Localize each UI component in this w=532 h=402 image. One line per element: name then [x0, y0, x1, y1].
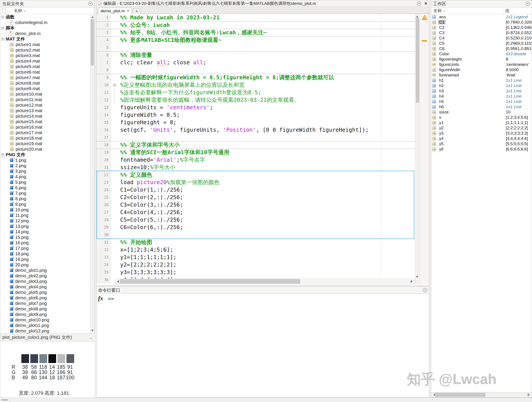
file-item[interactable]: demo_plot3.png [0, 279, 90, 284]
file-item[interactable]: demo_plot9.png [0, 312, 90, 317]
workspace-row[interactable]: h11x1 Line [431, 78, 532, 83]
scroll-up-icon[interactable] [91, 15, 94, 18]
scrollbar-thumb[interactable] [435, 393, 485, 397]
file-item[interactable]: picture17.mat [0, 130, 90, 136]
tree-section-header[interactable]: MAT 文件 [0, 36, 90, 42]
workspace-hscrollbar[interactable] [431, 392, 532, 397]
code-area[interactable]: 1%% Made by Lwcah in 2023-03-212%% 公众号: … [96, 14, 429, 284]
code-line[interactable]: 31%% 开始绘图 [96, 239, 429, 246]
workspace-row[interactable]: ssize10 [431, 110, 532, 115]
scroll-right-icon[interactable] [411, 280, 414, 283]
workspace-row[interactable]: C6[0.9561,0.8519, [431, 46, 532, 51]
file-item[interactable]: 17.png [0, 246, 90, 251]
file-item[interactable]: picture19.mat [0, 141, 90, 147]
workspace-row[interactable]: C1[0.7840,0.3266, [431, 19, 532, 25]
file-item[interactable]: picture18.mat [0, 136, 90, 141]
code-line[interactable]: 23load picture20%加载第一张图的颜色 [96, 179, 429, 186]
workspace-row[interactable]: figureWidth8.5000 [431, 67, 532, 72]
panel-menu-icon[interactable] [423, 288, 427, 292]
collapse-icon[interactable] [1, 16, 4, 19]
file-tree-scrollbar[interactable] [90, 14, 95, 333]
file-item[interactable]: 8.png [0, 196, 90, 201]
file-item[interactable]: demo_plot2.png [0, 273, 90, 279]
file-item[interactable]: columnlegend.m [0, 20, 90, 25]
file-item[interactable]: picture6.mat [0, 69, 90, 75]
file-item[interactable]: demo_plot12.png [0, 328, 90, 333]
file-item[interactable]: 12.png [0, 218, 90, 224]
code-line[interactable]: 4%% 更多MATLAB+SCI绘图教程敬请观看~ [96, 36, 429, 44]
workspace-row[interactable]: Color6x3 double [431, 51, 532, 57]
workspace-value-header[interactable]: 值 [504, 8, 509, 14]
file-item[interactable]: picture5.mat [0, 64, 90, 69]
file-item[interactable]: 18.png [0, 251, 90, 257]
file-item[interactable]: picture7.mat [0, 75, 90, 80]
code-line[interactable]: 21ssize=10;%字号大小 [96, 164, 429, 171]
workspace-row[interactable]: figureHeight8 [431, 57, 532, 62]
workspace-row[interactable]: h61x1 Line [431, 104, 532, 110]
workspace-row[interactable]: h21x1 Line [431, 83, 532, 88]
code-line[interactable]: 22%% 定义颜色 [96, 171, 429, 179]
scroll-down-icon[interactable] [91, 330, 94, 333]
scroll-up-icon[interactable] [416, 14, 418, 17]
code-line[interactable]: 3%% 知乎、B站、小红书、抖音同名账号:Lwcah，感谢关注~ [96, 29, 429, 36]
scroll-right-icon[interactable] [528, 393, 531, 396]
scrollbar-thumb[interactable] [91, 19, 94, 65]
warning-triangle-icon[interactable] [422, 15, 427, 20]
file-item[interactable]: demo_plot4.png [0, 284, 90, 290]
file-item[interactable]: picture4.mat [0, 58, 90, 64]
code-line[interactable]: 26C3=Color(3,:)./256; [96, 201, 429, 209]
code-line[interactable]: 24C1=Color(1,:)./256; [96, 186, 429, 194]
workspace-row[interactable]: chfontnamed'Arial' [431, 72, 532, 78]
file-item[interactable]: picture20.mat [0, 147, 90, 152]
code-line[interactable]: 10%定义整幅图出现的在电脑屏幕上的位置以及长和宽 [96, 81, 429, 89]
editor-menu-icon[interactable] [417, 1, 421, 6]
file-item[interactable]: demo_plot8.png [0, 306, 90, 312]
file-item[interactable]: picture1.mat [0, 42, 90, 47]
code-line[interactable]: 19%% 通常的SCI一般Arial字体和10字号通用 [96, 149, 429, 156]
file-item[interactable]: 10.png [0, 207, 90, 213]
workspace-row[interactable]: chfigureUnits'centimeters' [431, 62, 532, 67]
file-item[interactable]: 9.png [0, 201, 90, 207]
file-item[interactable]: 3.png [0, 169, 90, 174]
code-line[interactable]: 14figureWidth = 8.5; [96, 111, 429, 119]
file-item[interactable]: demo_plot7.png [0, 301, 90, 306]
file-item[interactable]: 20.png [0, 262, 90, 268]
tab-close-icon[interactable]: × [127, 9, 129, 13]
workspace-row[interactable]: h31x1 Line [431, 88, 532, 94]
code-line[interactable]: 20fontnamed='Arial';%字号名字 [96, 156, 429, 164]
scroll-left-icon[interactable] [115, 280, 119, 283]
code-line[interactable]: 18%% 定义字体和字号大小 [96, 141, 429, 149]
panel-menu-icon[interactable] [526, 1, 530, 6]
panel-menu-icon[interactable] [88, 1, 93, 6]
code-line[interactable]: 35y3=[3;3;3;3;3;3]; [96, 268, 429, 276]
fold-minus-icon[interactable] [113, 84, 116, 87]
workspace-row[interactable]: y2[2;2;2;2;2;2] [431, 125, 532, 131]
workspace-row[interactable]: y3[3;3;3;3;3;3] [431, 131, 532, 136]
code-line[interactable]: 17 [96, 134, 429, 141]
file-item[interactable]: 13.png [0, 224, 90, 229]
tree-section-header[interactable]: PNG 文件 [0, 152, 90, 157]
workspace-row[interactable]: C5[0.2969,0.1153, [431, 41, 532, 46]
code-line[interactable]: 16set(gcf, 'Units', figureUnits, 'Positi… [96, 126, 429, 134]
code-line[interactable]: 11%这里有必要解释一下为什么figureWidth要设置为8.5; [96, 89, 429, 96]
workspace-row[interactable]: y6[6;6;6;6;6;6] [431, 147, 532, 152]
code-line[interactable]: 8 [96, 66, 429, 74]
file-details-bar[interactable]: plot_picture_color1.png (PNG 文件) ⌄ [0, 333, 95, 341]
file-item[interactable]: 15.png [0, 235, 90, 240]
collapse-details-icon[interactable]: ⌄ [89, 335, 93, 340]
workspace-row[interactable]: h41x1 Line [431, 94, 532, 99]
file-item[interactable]: 14.png [0, 229, 90, 235]
name-column-header[interactable]: 名称 [14, 8, 26, 14]
file-item[interactable]: 4.png [0, 174, 90, 180]
file-item[interactable]: picture12.mat [0, 103, 90, 108]
file-item[interactable]: demo_plot.m [0, 31, 90, 36]
file-item[interactable]: picture2.mat [0, 47, 90, 53]
scrollbar-thumb[interactable] [120, 279, 300, 284]
file-item[interactable]: picture3.mat [0, 53, 90, 58]
code-line[interactable]: 25C2=Color(2,:)./256; [96, 194, 429, 201]
code-line[interactable]: 13figureUnits = 'centimeters'; [96, 104, 429, 111]
workspace-row[interactable]: C3[0.8724,0.5521, [431, 30, 532, 35]
code-line[interactable]: 9%% 一幅图的时候figureWidth = 8.5;figureHeight… [96, 74, 429, 81]
scroll-down-icon[interactable] [416, 276, 418, 279]
file-item[interactable]: picture10.mat [0, 91, 90, 97]
